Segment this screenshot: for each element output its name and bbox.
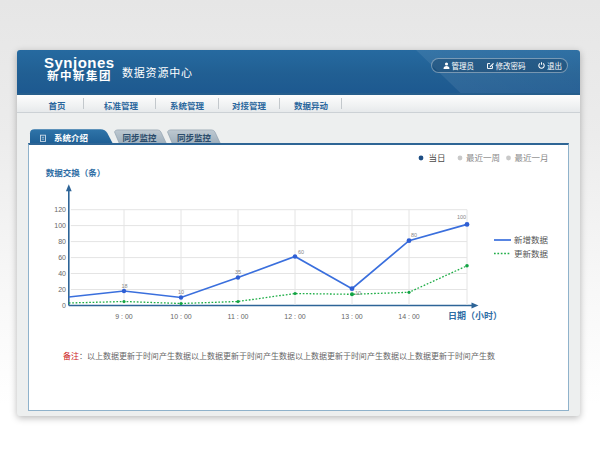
svg-text:日期（小时）: 日期（小时） bbox=[448, 310, 502, 321]
svg-text:10: 10 bbox=[178, 289, 184, 295]
svg-text:120: 120 bbox=[54, 206, 66, 213]
svg-text:40: 40 bbox=[58, 270, 66, 277]
svg-text:80: 80 bbox=[58, 238, 66, 245]
svg-text:18: 18 bbox=[122, 283, 128, 289]
svg-text:80: 80 bbox=[411, 232, 417, 238]
svg-text:当日: 当日 bbox=[429, 153, 446, 163]
svg-text:更新数据: 更新数据 bbox=[514, 249, 549, 259]
svg-text:20: 20 bbox=[58, 286, 66, 293]
svg-text:0: 0 bbox=[62, 302, 66, 309]
svg-text:13 : 00: 13 : 00 bbox=[341, 313, 363, 320]
svg-text:60: 60 bbox=[298, 249, 304, 255]
svg-text:100: 100 bbox=[457, 214, 466, 220]
svg-text:60: 60 bbox=[58, 254, 66, 261]
svg-text:数据交换（条）: 数据交换（条） bbox=[46, 168, 106, 178]
svg-text:最近一周: 最近一周 bbox=[466, 153, 500, 163]
svg-text:新增数据: 新增数据 bbox=[514, 235, 549, 245]
svg-text:100: 100 bbox=[54, 222, 66, 229]
svg-text:最近一月: 最近一月 bbox=[515, 153, 549, 163]
svg-text:12 : 00: 12 : 00 bbox=[284, 313, 306, 320]
svg-text:14 : 00: 14 : 00 bbox=[398, 313, 420, 320]
svg-text:10 : 00: 10 : 00 bbox=[170, 313, 192, 320]
svg-text:35: 35 bbox=[235, 269, 241, 275]
svg-text:9 : 00: 9 : 00 bbox=[115, 313, 133, 320]
svg-text:10: 10 bbox=[355, 290, 361, 296]
svg-text:11 : 00: 11 : 00 bbox=[228, 313, 249, 320]
